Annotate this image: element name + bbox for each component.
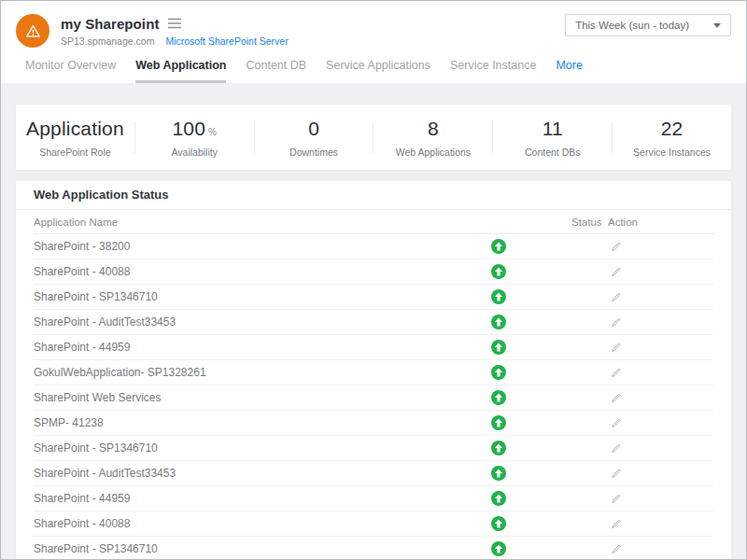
content-area: Application SharePoint Role 100% Availab… [1,83,746,560]
table-row: SharePoint - 38200 [34,234,713,259]
monitor-info: my Sharepoint SP13.spmanage.com Microsof… [16,14,289,48]
stat-value: 8 [374,118,492,140]
web-application-status-card: Web Application Status Application Name … [16,181,731,560]
application-name: SharePoint - 40088 [34,265,480,278]
status-cell [480,491,517,506]
web-application-table: Application Name Status Action SharePoin… [34,210,713,560]
action-cell [608,417,713,429]
pencil-icon[interactable] [610,316,622,329]
section-title: Web Application Status [16,181,731,210]
action-cell [608,266,713,278]
topbar: my Sharepoint SP13.spmanage.com Microsof… [1,1,746,83]
arrow-up-circle-icon [491,491,506,506]
status-cell [480,441,517,455]
application-name: SharePoint - SP1346710 [34,290,480,303]
pencil-icon[interactable] [610,468,622,480]
status-cell [480,340,517,355]
col-header-action: Action [608,217,713,228]
stat-content-dbs: 11 Content DBs [493,118,612,158]
time-range-dropdown[interactable]: This Week (sun - today) [565,14,731,36]
table-row: SharePoint - 44959 [34,335,713,360]
alert-triangle-icon [24,22,42,40]
pencil-icon[interactable] [610,543,622,555]
tab-web-application[interactable]: Web Application [135,59,226,83]
pencil-icon[interactable] [610,417,622,429]
stat-label: SharePoint Role [16,147,134,158]
arrow-up-circle-icon [491,390,506,405]
col-header-status: Status [571,217,608,228]
action-cell [608,367,713,379]
status-cell [480,415,517,430]
action-cell [608,342,713,354]
stat-label: Downtimes [255,147,374,158]
hamburger-icon[interactable] [168,18,181,29]
application-name: SharePoint - 38200 [34,240,480,253]
stat-label: Availability [135,147,254,158]
application-name: SharePoint - AuditTest33453 [34,315,480,329]
pencil-icon[interactable] [610,241,622,253]
arrow-up-circle-icon [491,315,506,329]
action-cell [608,291,713,303]
status-cell [480,264,517,279]
tab-bar: Monitor Overview Web Application Content… [16,59,731,83]
table-row: GokulWebApplication- SP1328261 [34,360,713,385]
status-cell [480,541,517,556]
stat-web-applications: 8 Web Applications [374,118,492,158]
table-row: SharePoint - AuditTest33453 [34,310,713,335]
tab-service-instance[interactable]: Service Instance [450,59,536,83]
application-name: SPMP- 41238 [34,416,480,429]
arrow-up-circle-icon [491,239,506,254]
pencil-icon[interactable] [610,291,622,303]
tab-content-db[interactable]: Content DB [246,59,306,83]
stat-service-instances: 22 Service Instances [613,118,731,158]
application-name: SharePoint - 40088 [34,517,480,530]
table-header: Application Name Status Action [34,210,713,234]
col-header-application-name: Application Name [34,217,480,228]
tab-monitor-overview[interactable]: Monitor Overview [25,59,116,83]
action-cell [608,468,713,480]
table-row: SharePoint - 44959 [34,486,713,511]
pencil-icon[interactable] [610,493,622,505]
application-name: SharePoint - AuditTest33453 [34,467,480,480]
tab-more[interactable]: More [556,59,582,83]
monitor-logo [16,14,49,48]
pencil-icon[interactable] [610,367,622,379]
pencil-icon[interactable] [610,392,622,404]
application-name: SharePoint - 44959 [34,492,480,505]
action-cell [608,543,713,555]
status-cell [480,289,517,304]
stat-label: Service Instances [613,147,731,158]
arrow-up-circle-icon [491,541,506,556]
server-type-link[interactable]: Microsoft SharePoint Server [165,35,288,47]
pencil-icon[interactable] [610,518,622,530]
table-row: SharePoint - SP1346710 [34,436,713,461]
action-cell [608,392,713,404]
caret-down-icon [713,23,721,28]
action-cell [608,241,713,253]
application-name: SharePoint - SP1346710 [34,441,480,455]
application-name: GokulWebApplication- SP1328261 [34,366,480,379]
status-cell [480,239,517,254]
pencil-icon[interactable] [610,266,622,278]
application-name: SharePoint - SP1346710 [34,542,480,555]
pencil-icon[interactable] [610,342,622,354]
table-row: SharePoint - 40088 [34,511,713,537]
arrow-up-circle-icon [491,365,506,380]
status-cell [480,466,517,481]
arrow-up-circle-icon [491,441,506,455]
arrow-up-circle-icon [491,466,506,481]
arrow-up-circle-icon [491,340,506,355]
monitor-text: my Sharepoint SP13.spmanage.com Microsof… [61,16,289,47]
table-row: SPMP- 41238 [34,411,713,436]
pencil-icon[interactable] [610,442,622,455]
table-row: SharePoint - SP1346710 [34,285,713,310]
status-cell [480,390,517,405]
stat-value: 22 [613,118,731,140]
action-cell [608,316,713,329]
percent-suffix: % [208,127,217,137]
table-row: SharePoint - AuditTest33453 [34,461,713,486]
table-row: SharePoint - 40088 [34,259,713,285]
stat-downtimes: 0 Downtimes [255,118,374,158]
stat-value: 11 [493,118,612,140]
tab-service-applications[interactable]: Service Applications [326,59,430,83]
